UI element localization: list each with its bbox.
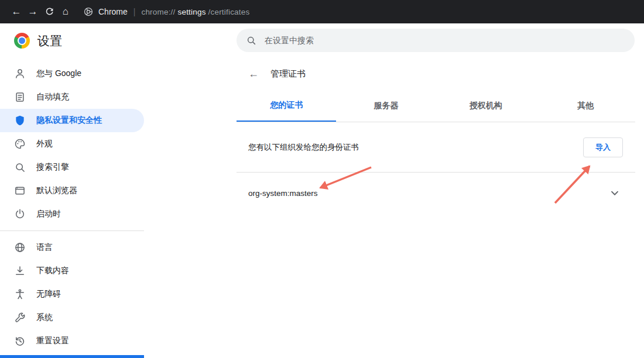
- sidebar-item-downloads[interactable]: 下载内容: [0, 259, 144, 283]
- import-button[interactable]: 导入: [583, 137, 623, 157]
- sidebar-item-label: 您与 Google: [36, 68, 81, 79]
- sidebar-item-system[interactable]: 系统: [0, 306, 144, 329]
- globe-icon: [14, 242, 26, 253]
- chrome-settings-window: ← → ⌂ Chrome | chrome:// settings /certi…: [0, 0, 644, 358]
- certificates-description: 您有以下组织发给您的身份证书: [248, 142, 359, 153]
- certificates-description-row: 您有以下组织发给您的身份证书 导入: [237, 122, 635, 173]
- shield-icon: [14, 115, 26, 126]
- history-icon: [14, 335, 26, 347]
- accessibility-icon: [14, 288, 26, 300]
- forward-icon[interactable]: →: [25, 6, 41, 18]
- browser-topbar: ← → ⌂ Chrome | chrome:// settings /certi…: [0, 0, 644, 23]
- tab-your-certificates[interactable]: 您的证书: [237, 90, 336, 122]
- search-input[interactable]: [263, 35, 630, 46]
- address-url[interactable]: chrome:// settings /certificates: [141, 8, 249, 16]
- url-suffix: /certificates: [208, 8, 250, 16]
- sidebar-item-label: 语言: [36, 242, 53, 253]
- certificate-list-item[interactable]: org-system:masters: [237, 173, 635, 214]
- sidebar-item-privacy-and-security[interactable]: 隐私设置和安全性: [0, 109, 144, 132]
- sidebar-item-label: 外观: [36, 139, 53, 149]
- tab-others[interactable]: 其他: [536, 90, 635, 122]
- chrome-logo-icon: [14, 33, 30, 49]
- wrench-icon: [14, 312, 26, 323]
- sidebar-item-reset-settings[interactable]: 重置设置: [0, 329, 144, 353]
- topbar-separator: |: [133, 7, 136, 16]
- settings-header: 设置: [0, 23, 644, 57]
- sidebar-item-label: 启动时: [36, 209, 61, 219]
- refresh-icon[interactable]: [41, 7, 57, 17]
- sidebar-item-you-and-google[interactable]: 您与 Google: [0, 62, 144, 85]
- sidebar-divider: [0, 230, 144, 231]
- sidebar-item-label: 隐私设置和安全性: [36, 115, 102, 126]
- autofill-icon: [14, 91, 26, 103]
- tab-strip: 您的证书 服务器 授权机构 其他: [237, 90, 635, 122]
- sidebar-item-label: 搜索引擎: [36, 162, 69, 173]
- sidebar-partial-highlight: [0, 355, 144, 358]
- search-icon: [246, 35, 256, 46]
- back-button[interactable]: ←: [248, 68, 262, 80]
- palette-icon: [14, 138, 26, 150]
- sidebar-item-label: 系统: [36, 312, 53, 323]
- manage-certificates-header: ← 管理证书: [237, 57, 635, 90]
- sidebar-item-on-startup[interactable]: 启动时: [0, 202, 144, 226]
- manage-certificates-title: 管理证书: [270, 68, 306, 80]
- sidebar: 您与 Google 自动填充 隐私设置和安全性 外观 搜索引擎 默认浏览器 启动…: [0, 57, 144, 358]
- sidebar-item-languages[interactable]: 语言: [0, 236, 144, 259]
- home-icon[interactable]: ⌂: [57, 6, 74, 18]
- tab-authorities[interactable]: 授权机构: [436, 90, 536, 122]
- certificates-panel: ← 管理证书 您的证书 服务器 授权机构 其他 您有以下组织发给您的身份证书 导…: [237, 57, 635, 358]
- browser-icon: [14, 185, 26, 197]
- url-prefix: chrome://: [141, 8, 175, 16]
- search-bar[interactable]: [237, 29, 635, 52]
- sidebar-item-label: 下载内容: [36, 266, 69, 276]
- person-icon: [14, 68, 26, 80]
- url-emphasis: settings: [177, 8, 205, 16]
- search-icon: [14, 161, 26, 173]
- sidebar-item-accessibility[interactable]: 无障碍: [0, 283, 144, 306]
- browser-brand-label: Chrome: [98, 7, 128, 16]
- chevron-down-icon[interactable]: [608, 187, 621, 199]
- sidebar-item-default-browser[interactable]: 默认浏览器: [0, 179, 144, 202]
- sidebar-item-label: 默认浏览器: [36, 185, 77, 196]
- sidebar-item-autofill[interactable]: 自动填充: [0, 85, 144, 109]
- sidebar-item-appearance[interactable]: 外观: [0, 132, 144, 156]
- tab-servers[interactable]: 服务器: [336, 90, 436, 122]
- back-icon[interactable]: ←: [8, 6, 25, 18]
- sidebar-item-search-engine[interactable]: 搜索引擎: [0, 156, 144, 179]
- settings-title: 设置: [37, 33, 62, 49]
- download-icon: [14, 265, 26, 277]
- certificate-name: org-system:masters: [248, 189, 318, 198]
- sidebar-item-label: 自动填充: [36, 92, 69, 102]
- sidebar-item-label: 无障碍: [36, 289, 61, 300]
- sidebar-item-label: 重置设置: [36, 336, 69, 346]
- power-icon: [14, 208, 26, 220]
- chrome-mono-icon: [83, 6, 94, 17]
